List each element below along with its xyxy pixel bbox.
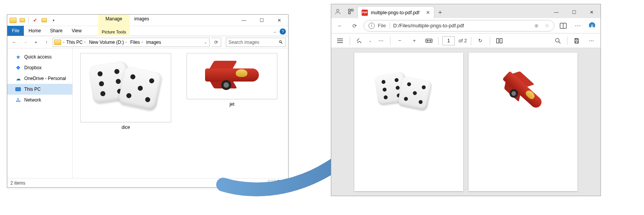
folder-small-icon: [18, 16, 27, 25]
recent-locations-button[interactable]: ▾: [31, 38, 40, 47]
breadcrumb-dropdown-icon[interactable]: ⌄: [204, 40, 209, 44]
svg-point-12: [337, 40, 338, 41]
address-bar[interactable]: i File D:/Files/multiple-pngs-to-pdf.pdf…: [364, 20, 554, 32]
reading-mode-icon[interactable]: ⊕: [534, 23, 539, 28]
zoom-in-button[interactable]: +: [409, 35, 420, 46]
page-view-icon[interactable]: [494, 35, 505, 46]
address-bar-row: ← → ▾ ↑ › This PC› New Volume (D:)› File…: [7, 36, 288, 48]
explorer-body: ★ Quick access ❖ Dropbox ☁ OneDrive - Pe…: [7, 48, 288, 178]
up-button[interactable]: ↑: [42, 38, 51, 47]
pdf-surface[interactable]: [331, 48, 601, 196]
ribbon-tab-share[interactable]: Share: [45, 26, 67, 36]
nav-label: OneDrive - Personal: [24, 76, 66, 81]
file-label: jet: [230, 102, 235, 107]
contents-icon[interactable]: [335, 35, 346, 46]
find-icon[interactable]: [552, 35, 563, 46]
refresh-button[interactable]: ⟳: [211, 38, 221, 47]
edge-window-controls: — ☐ ✕: [547, 7, 601, 18]
zoom-out-button[interactable]: −: [394, 35, 405, 46]
svg-rect-20: [576, 38, 577, 40]
site-info-icon[interactable]: i: [369, 23, 375, 29]
svg-rect-21: [576, 41, 577, 43]
ribbon-tab-home[interactable]: Home: [24, 26, 45, 36]
edge-minimize-button[interactable]: —: [547, 7, 565, 18]
toolbar-separator: [567, 37, 567, 45]
split-screen-icon[interactable]: [557, 20, 569, 32]
qat-dropdown-icon[interactable]: ▾: [49, 16, 58, 25]
breadcrumb-seg-volume[interactable]: New Volume (D:)›: [87, 38, 128, 47]
edge-back-button[interactable]: ←: [334, 20, 346, 32]
profile-icon[interactable]: [331, 5, 344, 18]
breadcrumb[interactable]: › This PC› New Volume (D:)› Files› image…: [53, 38, 210, 47]
ribbon-tab-file[interactable]: File: [7, 26, 24, 36]
maximize-button[interactable]: ☐: [253, 15, 270, 26]
thumbnail-dice: [80, 53, 171, 122]
rotate-icon[interactable]: ↻: [475, 35, 486, 46]
breadcrumb-seg-files[interactable]: Files›: [128, 38, 144, 47]
status-bar: 2 items ≡ ◫: [7, 178, 288, 187]
browser-tab[interactable]: PDF multiple-pngs-to-pdf.pdf ✕: [357, 6, 434, 18]
contextual-tab-manage[interactable]: Manage Picture Tools: [98, 15, 130, 36]
edge-close-button[interactable]: ✕: [583, 7, 601, 18]
toolbar-menu-icon[interactable]: ⋯: [586, 35, 597, 46]
forward-button[interactable]: →: [20, 38, 30, 47]
folder-icon: [9, 16, 17, 25]
favorite-icon[interactable]: ☆: [545, 23, 549, 28]
nav-this-pc[interactable]: This PC: [7, 84, 72, 95]
nav-quick-access[interactable]: ★ Quick access: [7, 52, 72, 62]
edge-maximize-button[interactable]: ☐: [565, 7, 583, 18]
file-item-jet[interactable]: jet: [187, 53, 277, 107]
page-number-input[interactable]: [442, 36, 455, 45]
breadcrumb-seg-thispc[interactable]: This PC›: [65, 38, 87, 47]
workspaces-icon[interactable]: [344, 5, 357, 18]
back-button[interactable]: ←: [10, 38, 19, 47]
onedrive-icon: ☁: [15, 75, 21, 82]
dropbox-icon: ❖: [15, 65, 21, 71]
new-folder-small-icon[interactable]: [40, 16, 48, 25]
svg-rect-4: [349, 12, 350, 14]
more-tools-icon[interactable]: ⋯: [375, 35, 386, 46]
nav-label: Quick access: [24, 54, 52, 60]
nav-label: Network: [24, 97, 41, 103]
jet-image: [487, 57, 557, 125]
collapse-ribbon-icon[interactable]: ⌄: [274, 30, 277, 33]
thumbnails-view-icon[interactable]: ◫: [277, 180, 285, 186]
new-tab-button[interactable]: ＋: [434, 7, 446, 18]
breadcrumb-root-chevron[interactable]: ›: [63, 40, 64, 44]
svg-point-18: [556, 38, 559, 42]
toolbar-separator: [438, 37, 439, 45]
properties-check-icon[interactable]: ✔: [31, 16, 39, 25]
svg-rect-2: [349, 9, 350, 11]
tab-title: multiple-pngs-to-pdf.pdf: [371, 10, 419, 15]
ribbon-tabs: Manage Picture Tools images File Home Sh…: [7, 26, 288, 36]
toolbar-separator: [350, 37, 350, 45]
network-icon: 🖧: [15, 97, 21, 103]
close-button[interactable]: ✕: [270, 15, 288, 26]
ribbon-tab-view[interactable]: View: [67, 26, 86, 36]
toolbar-separator: [390, 37, 390, 45]
pdf-page-2: [469, 53, 577, 191]
details-view-icon[interactable]: ≡: [268, 180, 276, 186]
search-input[interactable]: Search images 🔍︎: [226, 38, 286, 47]
draw-dropdown-icon[interactable]: ⌄: [369, 38, 372, 43]
svg-point-7: [591, 24, 593, 27]
help-icon[interactable]: ?: [280, 28, 286, 35]
nav-network[interactable]: 🖧 Network: [7, 95, 72, 105]
dice-image: [374, 72, 434, 113]
svg-rect-17: [500, 38, 502, 43]
minimize-button[interactable]: —: [235, 15, 253, 26]
nav-dropbox[interactable]: ❖ Dropbox: [7, 62, 72, 73]
copilot-icon[interactable]: [587, 20, 597, 31]
pdf-toolbar: ⌄ ⋯ − + of 2 ↻ ⋯: [331, 33, 601, 48]
nav-onedrive[interactable]: ☁ OneDrive - Personal: [7, 73, 72, 84]
tab-close-icon[interactable]: ✕: [426, 10, 430, 15]
breadcrumb-folder-icon: [54, 40, 61, 45]
svg-rect-16: [496, 38, 499, 43]
file-item-dice[interactable]: dice: [80, 53, 171, 130]
fit-width-icon[interactable]: [424, 35, 434, 46]
settings-menu-icon[interactable]: ⋯: [572, 20, 584, 32]
draw-icon[interactable]: [354, 35, 365, 46]
breadcrumb-seg-images[interactable]: images: [145, 38, 163, 47]
save-icon[interactable]: [571, 35, 582, 46]
edge-refresh-button[interactable]: ⟳: [349, 20, 360, 32]
